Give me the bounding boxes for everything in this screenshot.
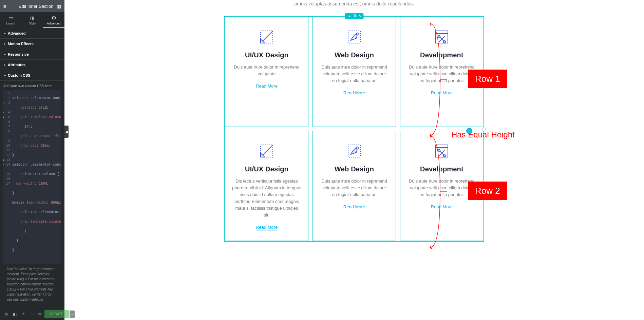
card-title: UI/UX Design <box>232 51 301 59</box>
accordion-advanced[interactable]: ▸Advanced <box>0 28 64 39</box>
tab-layout[interactable]: ▭ Layout <box>0 12 21 28</box>
delete-section-icon[interactable]: ✕ <box>358 14 361 19</box>
gear-icon: ⚙ <box>43 15 64 21</box>
style-icon: ◑ <box>21 15 43 21</box>
code-gutter: 1 2 3 4 5 6 7 8 9 10 11 12 13 14 <box>3 90 12 255</box>
section-toolbar: ＋ ⠿ ✕ <box>345 13 364 19</box>
accordion-attributes[interactable]: ▸Attributes <box>0 60 64 70</box>
annotation-row1-badge: Row 1 <box>468 70 507 88</box>
apps-icon[interactable]: ▦ <box>57 3 61 9</box>
accordion-motion-effects[interactable]: ▸Motion Effects <box>0 39 64 49</box>
read-more-link[interactable]: Read More <box>256 83 278 89</box>
editor-canvas[interactable]: omnis voluptas assumenda est, omnis dolo… <box>64 0 644 255</box>
service-card[interactable]: Web DesignDuis aute irure dolor in repre… <box>312 17 396 127</box>
card-description: Duis aute irure dolor in reprehend volup… <box>320 64 389 84</box>
service-card[interactable]: Web DesignDuis aute irure dolor in repre… <box>312 131 396 241</box>
svg-point-9 <box>356 147 358 149</box>
ruler-icon <box>259 143 275 159</box>
panel-title: Edit Inner Section <box>19 4 54 9</box>
read-more-link[interactable]: Read More <box>256 225 278 230</box>
pen-icon <box>346 29 362 45</box>
code-editor[interactable]: 1 2 3 4 5 6 7 8 9 10 11 12 13 14 <box>3 90 61 255</box>
resize-handle[interactable] <box>482 128 486 131</box>
service-card[interactable]: UI/UX DesignDuis aute irure dolor in rep… <box>225 17 308 127</box>
tab-advanced[interactable]: ⚙ Advanced <box>43 12 64 28</box>
panel-body: ▸Advanced ▸Motion Effects ▸Responsive ▸A… <box>0 28 64 255</box>
editor-sidebar: ≡ Edit Inner Section ▦ ▭ Layout ◑ Style … <box>0 0 64 255</box>
pen-icon <box>346 143 362 159</box>
annotation-equal-height: Has Equal Height <box>451 130 515 139</box>
card-description: Duis aute irure dolor in reprehend volup… <box>320 178 389 198</box>
service-card[interactable]: UI/UX DesignDis lectus vehicula felis eg… <box>225 131 308 241</box>
sidebar-header: ≡ Edit Inner Section ▦ <box>0 0 64 12</box>
drag-handle[interactable] <box>466 128 472 134</box>
card-title: Web Design <box>320 165 389 173</box>
accordion-custom-css[interactable]: ▾Custom CSS <box>0 70 64 81</box>
svg-point-2 <box>356 33 358 35</box>
custom-css-section: Add your own custom CSS here 1 2 3 4 5 6… <box>0 81 64 255</box>
annotation-bracket-row2 <box>428 134 449 249</box>
panel-tabs: ▭ Layout ◑ Style ⚙ Advanced <box>0 12 64 28</box>
read-more-link[interactable]: Read More <box>343 204 365 210</box>
card-description: Duis aute irure dolor in reprehend volup… <box>232 64 301 77</box>
css-label: Add your own custom CSS here <box>3 84 61 88</box>
annotation-bracket-row1 <box>428 22 449 137</box>
add-section-icon[interactable]: ＋ <box>348 14 351 19</box>
read-more-link[interactable]: Read More <box>343 90 365 96</box>
tab-style[interactable]: ◑ Style <box>21 12 43 28</box>
ruler-icon <box>259 29 275 45</box>
card-title: UI/UX Design <box>232 165 301 173</box>
edit-section-icon[interactable]: ⠿ <box>354 14 356 19</box>
code-content[interactable]: selector .elementor-container { display:… <box>12 90 61 255</box>
annotation-row2-badge: Row 2 <box>468 182 507 200</box>
accordion-responsive[interactable]: ▸Responsive <box>0 49 64 60</box>
card-description: Dis lectus vehicula felis egestas pharet… <box>232 178 301 219</box>
menu-icon[interactable]: ≡ <box>3 3 6 9</box>
card-title: Web Design <box>320 51 389 59</box>
layout-icon: ▭ <box>0 15 21 21</box>
